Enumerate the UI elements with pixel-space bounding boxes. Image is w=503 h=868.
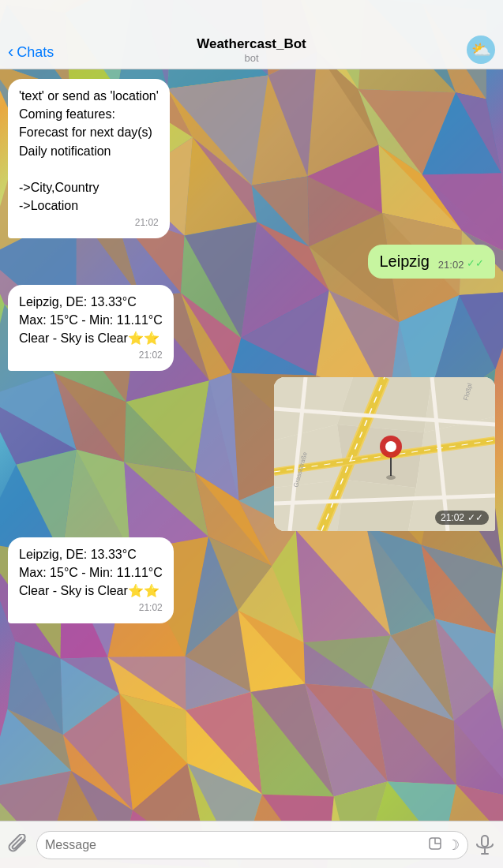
chat-title: Weathercast_Bot (197, 36, 306, 52)
svg-rect-18 (482, 836, 488, 847)
map-timestamp: 21:02 (441, 512, 464, 523)
message-text: Leipzig, DE: 13.33°C Max: 15°C - Min: 11… (19, 545, 163, 600)
map-image: Floßpl Grassistraße (274, 377, 495, 531)
map-bubble[interactable]: Floßpl Grassistraße 21:02 ✓✓ (274, 377, 495, 531)
table-row: Leipzig, DE: 13.33°C Max: 15°C - Min: 11… (8, 537, 495, 623)
list-item: Leipzig, DE: 13.33°C Max: 15°C - Min: 11… (8, 537, 174, 623)
message-text: 'text' or send as 'location' Coming feat… (19, 87, 159, 215)
header-center: Weathercast_Bot bot (197, 36, 306, 64)
message-input[interactable] (45, 838, 423, 852)
svg-marker-9 (337, 480, 416, 531)
back-label[interactable]: Chats (17, 44, 54, 61)
attach-button[interactable] (8, 834, 30, 856)
paperclip-icon (8, 834, 30, 856)
voice-button[interactable] (475, 835, 495, 855)
timestamp: 21:02 (438, 259, 467, 271)
chat-area: 'text' or send as 'location' Coming feat… (0, 69, 503, 821)
map-checkmarks: ✓✓ (467, 512, 483, 523)
back-button[interactable]: ‹ Chats (8, 43, 54, 61)
message-text: Leipzig (379, 253, 429, 270)
svg-point-16 (386, 475, 396, 480)
input-bar: ☽ (0, 821, 503, 868)
header: ‹ Chats Weathercast_Bot bot ⛅ (0, 0, 503, 69)
timestamp: 21:02 (135, 216, 159, 230)
timestamp: 21:02 (139, 601, 163, 615)
message-input-wrap[interactable]: ☽ (36, 831, 468, 859)
table-row: Floßpl Grassistraße 21:02 ✓✓ (8, 377, 495, 531)
avatar-emoji: ⛅ (471, 40, 491, 59)
svg-point-14 (385, 441, 396, 452)
list-item: Leipzig 21:02 ✓✓ (368, 245, 495, 279)
microphone-icon (475, 835, 495, 855)
map-timestamp-overlay: 21:02 ✓✓ (435, 511, 489, 525)
chat-subtitle: bot (197, 52, 306, 64)
checkmarks: ✓✓ (467, 257, 484, 269)
avatar[interactable]: ⛅ (467, 36, 495, 64)
moon-icon[interactable]: ☽ (447, 836, 460, 854)
back-chevron-icon: ‹ (8, 43, 13, 61)
table-row: Leipzig 21:02 ✓✓ (8, 245, 495, 279)
sticker-icon[interactable] (428, 836, 442, 854)
table-row: Leipzig, DE: 13.33°C Max: 15°C - Min: 11… (8, 285, 495, 371)
table-row: 'text' or send as 'location' Coming feat… (8, 79, 495, 238)
list-item: Leipzig, DE: 13.33°C Max: 15°C - Min: 11… (8, 285, 174, 371)
timestamp: 21:02 (139, 349, 163, 362)
message-text: Leipzig, DE: 13.33°C Max: 15°C - Min: 11… (19, 293, 163, 348)
list-item: 'text' or send as 'location' Coming feat… (8, 79, 170, 238)
